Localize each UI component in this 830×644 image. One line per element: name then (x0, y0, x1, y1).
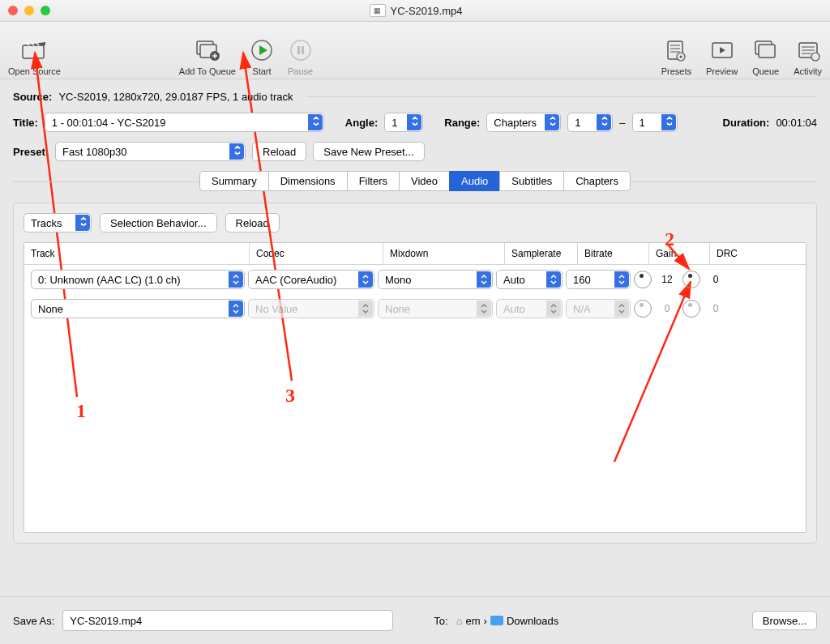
row0-drc-value: 0 (704, 274, 728, 285)
tab-video[interactable]: Video (399, 171, 450, 191)
tab-dimensions[interactable]: Dimensions (268, 171, 348, 191)
row1-mixdown-select: None (378, 299, 493, 318)
svg-rect-4 (23, 45, 44, 58)
col-track: Track (24, 243, 250, 264)
minimize-window-button[interactable] (24, 6, 34, 15)
col-drc: DRC (710, 243, 771, 264)
tab-bar: Summary Dimensions Filters Video Audio S… (13, 171, 817, 191)
source-value: YC-S2019, 1280x720, 29.0187 FPS, 1 audio… (58, 91, 293, 103)
table-row: None No Value None Auto (24, 294, 806, 323)
activity-icon (795, 36, 821, 65)
duration-value: 00:01:04 (776, 117, 817, 129)
row1-codec-select: No Value (248, 299, 374, 318)
preview-icon (709, 36, 735, 65)
col-gain: Gain (649, 243, 710, 264)
title-select[interactable]: 1 - 00:01:04 - YC-S2019 (45, 113, 324, 132)
row1-drc-value: 0 (704, 303, 728, 314)
source-row: Source: YC-S2019, 1280x720, 29.0187 FPS,… (13, 91, 817, 103)
row0-gain-dial[interactable] (634, 271, 652, 288)
to-label: To: (434, 615, 447, 627)
row0-mixdown-select[interactable]: Mono (378, 270, 493, 289)
chevron-right-icon: › (484, 615, 487, 627)
tab-subtitles[interactable]: Subtitles (499, 171, 564, 191)
clapperboard-icon (21, 36, 47, 65)
range-label: Range: (444, 117, 480, 129)
selection-behavior-button[interactable]: Selection Behavior... (100, 213, 217, 232)
title-label: Title: (13, 117, 38, 129)
angle-label: Angle: (345, 117, 378, 129)
footer: Save As: To: ⌂ em › Downloads Browse... (0, 596, 830, 644)
row1-track-select[interactable]: None (31, 299, 245, 318)
destination-path[interactable]: ⌂ em › Downloads (456, 615, 559, 627)
preset-label: Preset: (13, 146, 49, 158)
svg-point-19 (811, 53, 819, 61)
maximize-window-button[interactable] (41, 6, 50, 15)
row0-track-select[interactable]: 0: Unknown (AAC LC) (1.0 ch) (31, 270, 245, 289)
row0-codec-select[interactable]: AAC (CoreAudio) (248, 270, 374, 289)
add-to-queue-button[interactable]: Add To Queue (179, 24, 236, 76)
folder-icon (490, 616, 503, 625)
window-title: ▦ YC-S2019.mp4 (50, 4, 781, 17)
window-filename: YC-S2019.mp4 (391, 5, 463, 17)
toolbar: Open Source Add To Queue Start Pause (0, 22, 830, 79)
activity-button[interactable]: Activity (794, 24, 822, 76)
svg-rect-10 (297, 46, 300, 54)
col-codec: Codec (250, 243, 383, 264)
svg-rect-11 (302, 46, 304, 54)
file-icon: ▦ (370, 4, 386, 17)
add-queue-icon (195, 36, 220, 65)
tab-chapters[interactable]: Chapters (563, 171, 631, 191)
start-button[interactable]: Start (250, 24, 273, 76)
row1-gain-value: 0 (655, 303, 679, 314)
audio-panel: Tracks Selection Behavior... Reload Trac… (13, 203, 817, 544)
table-row: 0: Unknown (AAC LC) (1.0 ch) AAC (CoreAu… (24, 265, 806, 294)
tab-filters[interactable]: Filters (347, 171, 400, 191)
app-window: 1 3 2 ▦ YC-S2019.mp4 Open Source (0, 0, 830, 644)
presets-button[interactable]: Presets (661, 24, 691, 76)
col-bitrate: Bitrate (578, 243, 649, 264)
svg-point-9 (291, 41, 310, 60)
audio-tracks-table: Track Codec Mixdown Samplerate Bitrate G… (24, 242, 806, 533)
open-source-button[interactable]: Open Source (8, 24, 61, 76)
path-folder: Downloads (507, 615, 558, 627)
preset-select[interactable]: Fast 1080p30 (55, 142, 246, 161)
queue-button[interactable]: Queue (752, 24, 779, 76)
range-separator: – (619, 117, 625, 129)
tab-summary[interactable]: Summary (199, 171, 269, 191)
col-mixdown: Mixdown (383, 243, 505, 264)
close-window-button[interactable] (8, 6, 18, 15)
source-label: Source: (13, 91, 52, 103)
preview-button[interactable]: Preview (706, 24, 738, 76)
browse-button[interactable]: Browse... (752, 611, 817, 630)
pause-icon (289, 36, 312, 65)
preset-reload-button[interactable]: Reload (252, 142, 306, 161)
preset-save-new-button[interactable]: Save New Preset... (313, 142, 424, 161)
pause-button[interactable]: Pause (288, 24, 313, 76)
presets-icon (663, 36, 689, 65)
row0-drc-dial[interactable] (682, 271, 700, 288)
svg-rect-17 (759, 45, 775, 58)
audio-reload-button[interactable]: Reload (225, 213, 280, 232)
tab-audio[interactable]: Audio (449, 171, 500, 191)
row0-gain-value: 12 (655, 274, 679, 285)
traffic-lights (8, 6, 50, 15)
home-icon: ⌂ (456, 615, 463, 627)
save-as-label: Save As: (13, 615, 54, 627)
titlebar: ▦ YC-S2019.mp4 (0, 0, 830, 22)
row1-drc-dial (682, 300, 700, 318)
svg-point-14 (680, 56, 682, 58)
save-as-input[interactable] (62, 610, 393, 631)
row1-gain-dial (634, 300, 652, 318)
col-samplerate: Samplerate (505, 243, 578, 264)
duration-label: Duration: (723, 117, 770, 129)
path-home: em (466, 615, 481, 627)
play-icon (250, 36, 273, 65)
queue-icon (753, 36, 779, 65)
